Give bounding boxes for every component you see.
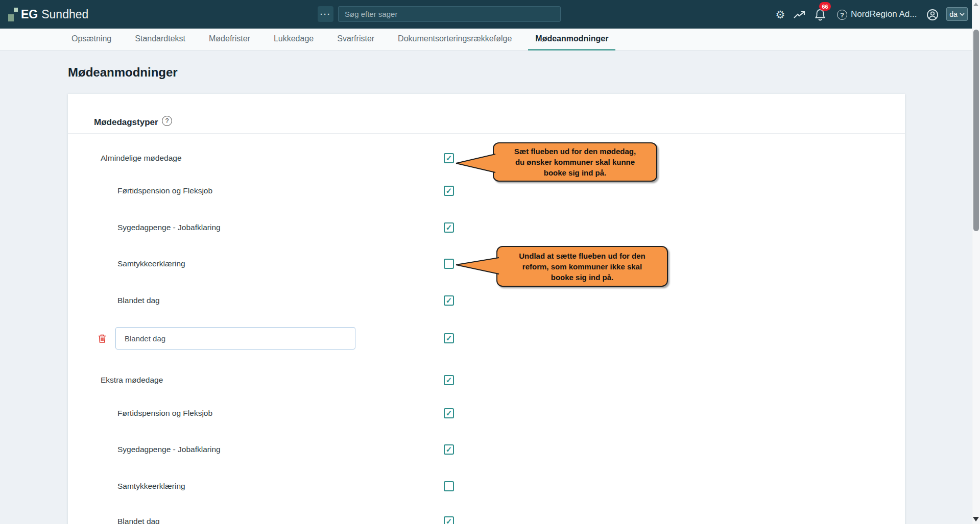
- tab-svarfrister[interactable]: Svarfrister: [330, 29, 381, 51]
- row-blandet-dag-1: Blandet dag ✓: [68, 289, 905, 312]
- organization-name[interactable]: NordRegion Ad...: [851, 0, 917, 29]
- app-logo[interactable]: EG Sundhed: [8, 0, 88, 29]
- delete-trash-icon[interactable]: [98, 334, 107, 343]
- checkbox-foertidspension-1[interactable]: ✓: [444, 186, 454, 196]
- row-custom-moededag: ✓: [68, 327, 905, 350]
- checkbox-sygedagpenge-2[interactable]: ✓: [444, 444, 454, 455]
- row-blandet-dag-2: Blandet dag ✓: [68, 510, 905, 524]
- logo-text-product: Sundhed: [41, 8, 88, 21]
- row-label: Blandet dag: [117, 510, 160, 524]
- more-actions-button[interactable]: ···: [318, 6, 333, 22]
- section-divider: [68, 133, 905, 134]
- tooltip-pointer-1: [449, 150, 498, 177]
- scrollbar-up-arrow-icon[interactable]: [973, 3, 978, 6]
- row-label: Ekstra mødedage: [101, 369, 163, 391]
- row-label: Samtykkeerklæring: [117, 475, 185, 497]
- tooltip-set-flueben: Sæt flueben ud for den mødedag, du ønske…: [493, 142, 657, 182]
- checkbox-sygedagpenge-1[interactable]: ✓: [444, 222, 454, 233]
- section-heading: Mødedagstyper: [94, 117, 158, 128]
- settings-tab-bar: Opsætning Standardtekst Mødefrister Lukk…: [0, 29, 972, 51]
- search-input[interactable]: [338, 6, 561, 22]
- page-title: Mødeanmodninger: [68, 65, 178, 80]
- custom-moededag-input[interactable]: [115, 327, 355, 350]
- checkbox-samtykkeerklaering-2[interactable]: [444, 481, 454, 491]
- row-foertidspension-2: Førtidspension og Fleksjob ✓: [68, 402, 905, 425]
- tab-dokumentsorteringsraekkefoelge[interactable]: Dokumentsorteringsrækkefølge: [391, 29, 519, 51]
- tab-moedeanmodninger[interactable]: Mødeanmodninger: [528, 29, 615, 51]
- row-label: Førtidspension og Fleksjob: [117, 402, 212, 425]
- checkbox-blandet-dag-2[interactable]: ✓: [444, 516, 454, 524]
- checkbox-custom-moededag[interactable]: ✓: [444, 333, 454, 343]
- logo-text-eg: EG: [21, 8, 38, 21]
- checkbox-ekstra-moededage[interactable]: ✓: [444, 375, 454, 385]
- row-sygedagpenge-2: Sygedagpenge - Jobafklaring ✓: [68, 438, 905, 461]
- language-code: da: [949, 10, 958, 18]
- row-label: Sygedagpenge - Jobafklaring: [117, 216, 221, 239]
- user-account-icon[interactable]: [926, 9, 939, 21]
- row-ekstra-moededage: Ekstra mødedage ✓: [68, 369, 905, 391]
- checkbox-foertidspension-2[interactable]: ✓: [444, 408, 454, 418]
- help-icon[interactable]: ?: [836, 9, 848, 21]
- top-header: EG Sundhed ··· ⚙ 66 ? NordRegion Ad...: [0, 0, 980, 29]
- scrollbar-down-arrow-icon[interactable]: [973, 517, 979, 521]
- row-label: Samtykkeerklæring: [117, 253, 185, 275]
- tab-lukkedage[interactable]: Lukkedage: [267, 29, 321, 51]
- tooltip-undlad-flueben: Undlad at sætte flueben ud for den refor…: [496, 246, 668, 287]
- row-samtykkeerklaering-2: Samtykkeerklæring: [68, 475, 905, 497]
- notification-count-badge: 66: [819, 2, 831, 11]
- row-sygedagpenge-1: Sygedagpenge - Jobafklaring ✓: [68, 216, 905, 239]
- tab-opsaetning[interactable]: Opsætning: [64, 29, 118, 51]
- tooltip-pointer-2: [449, 254, 500, 277]
- app-window: EG Sundhed ··· ⚙ 66 ? NordRegion Ad...: [0, 0, 980, 524]
- activity-trend-icon[interactable]: [794, 9, 806, 21]
- row-label: Sygedagpenge - Jobafklaring: [117, 438, 221, 461]
- checkbox-blandet-dag-1[interactable]: ✓: [444, 295, 454, 306]
- row-label: Almindelige mødedage: [101, 147, 182, 169]
- row-label: Førtidspension og Fleksjob: [117, 180, 212, 202]
- row-foertidspension-1: Førtidspension og Fleksjob ✓: [68, 180, 905, 202]
- scrollbar-thumb[interactable]: [973, 30, 979, 231]
- tab-moedefrister[interactable]: Mødefrister: [202, 29, 257, 51]
- row-label: Blandet dag: [117, 289, 160, 312]
- chevron-down-icon: [960, 13, 965, 16]
- section-help-icon[interactable]: ?: [162, 116, 172, 126]
- tab-standardtekst[interactable]: Standardtekst: [128, 29, 193, 51]
- eg-logo-icon: [8, 8, 18, 21]
- language-selector[interactable]: da: [946, 7, 968, 21]
- settings-gear-icon[interactable]: ⚙: [774, 9, 786, 21]
